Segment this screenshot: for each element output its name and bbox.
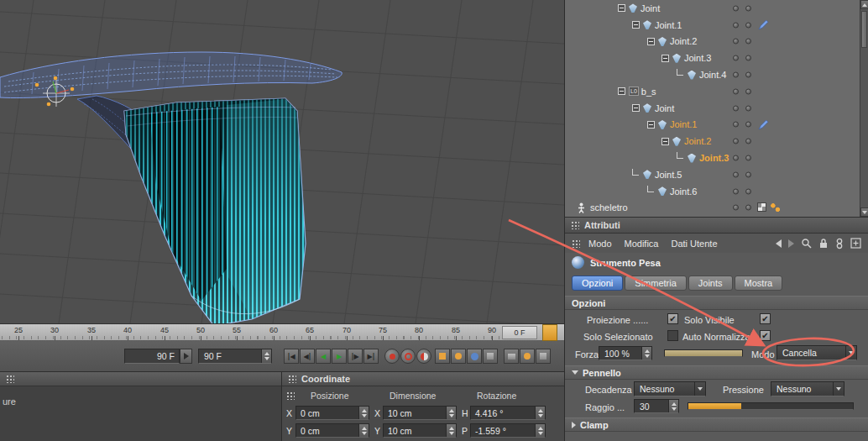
position-x-field[interactable]: 0 cm	[295, 406, 369, 420]
render-visibility-dot[interactable]	[745, 155, 751, 161]
object-row[interactable]: Joint.1	[565, 117, 860, 134]
history-back-icon[interactable]	[776, 239, 782, 248]
object-row[interactable]: Joint.2	[565, 34, 860, 50]
history-forward-icon[interactable]	[788, 239, 794, 248]
section-opzioni[interactable]: Opzioni	[565, 296, 868, 310]
menu-modo[interactable]: Modo	[588, 239, 612, 249]
collapse-icon[interactable]	[632, 21, 640, 29]
stepper-icon[interactable]	[261, 349, 271, 363]
editor-visibility-dot[interactable]	[733, 122, 739, 128]
viewport-3d[interactable]	[0, 0, 564, 323]
editor-visibility-dot[interactable]	[733, 88, 739, 94]
stepper-icon[interactable]	[446, 424, 456, 437]
texture-tag-icon[interactable]	[757, 202, 766, 212]
tab-opzioni[interactable]: Opzioni	[572, 276, 623, 291]
editor-visibility-dot[interactable]	[733, 72, 739, 78]
next-key-button[interactable]: |▶	[348, 349, 363, 364]
collapse-icon[interactable]	[618, 4, 625, 12]
decadenza-dropdown[interactable]: Nessuno	[634, 381, 706, 396]
solo-selezionato-checkbox[interactable]	[667, 330, 678, 341]
collapse-icon[interactable]	[632, 104, 640, 112]
stepper-icon[interactable]	[535, 424, 545, 437]
autokeying-button[interactable]	[400, 349, 416, 364]
end-frame-field[interactable]: 90 F	[198, 349, 272, 364]
stepper-icon[interactable]	[641, 347, 651, 360]
marker-button[interactable]	[520, 349, 535, 364]
stepper-icon[interactable]	[446, 407, 456, 419]
render-visibility-dot[interactable]	[745, 22, 751, 28]
weight-tag-icon[interactable]	[758, 119, 769, 132]
render-visibility-dot[interactable]	[745, 105, 751, 111]
forza-slider[interactable]	[664, 349, 743, 357]
object-row[interactable]: Joint	[565, 0, 860, 17]
play-forward-button[interactable]: ▶	[332, 349, 347, 364]
frame-slider-arrow-icon[interactable]	[180, 349, 192, 364]
tab-simmetria[interactable]: Simmetria	[625, 276, 687, 291]
object-row[interactable]: scheletro	[565, 200, 860, 217]
record-parameter-toggle[interactable]	[467, 349, 482, 364]
link-icon[interactable]	[835, 238, 844, 249]
object-row[interactable]: L0 b_s	[565, 83, 860, 100]
render-visibility-dot[interactable]	[745, 171, 751, 177]
render-visibility-dot[interactable]	[745, 139, 751, 144]
new-panel-icon[interactable]	[850, 238, 861, 249]
keyframe-selection-button[interactable]	[416, 349, 431, 364]
render-visibility-dot[interactable]	[745, 122, 751, 128]
scroll-up-icon[interactable]	[860, 0, 868, 9]
record-pla-toggle[interactable]	[483, 349, 498, 364]
frame-slider[interactable]: 90 F	[124, 349, 180, 364]
object-row[interactable]: Joint.6	[565, 183, 860, 200]
stepper-icon[interactable]	[358, 407, 369, 419]
scroll-down-icon[interactable]	[860, 207, 868, 217]
weight-tag-icon[interactable]	[758, 19, 769, 32]
editor-visibility-dot[interactable]	[733, 171, 739, 177]
record-rotation-toggle[interactable]	[451, 349, 466, 364]
timeline-options-button[interactable]	[536, 349, 551, 364]
raggio-field[interactable]: 30	[634, 399, 679, 413]
editor-visibility-dot[interactable]	[733, 22, 739, 28]
collapse-icon[interactable]	[647, 121, 655, 129]
editor-visibility-dot[interactable]	[733, 139, 739, 144]
render-visibility-dot[interactable]	[745, 5, 751, 11]
weights-tag-icon[interactable]	[770, 202, 781, 213]
rotation-p-field[interactable]: -1.559 °	[470, 423, 546, 438]
collapse-icon[interactable]	[618, 87, 625, 95]
record-position-toggle[interactable]	[435, 349, 450, 364]
object-row[interactable]: Joint.1	[565, 17, 860, 34]
scrollbar[interactable]	[860, 0, 868, 217]
modo-dropdown[interactable]: Cancella	[776, 345, 857, 360]
lock-icon[interactable]	[818, 238, 829, 249]
object-row[interactable]: Joint.5	[565, 166, 860, 183]
editor-visibility-dot[interactable]	[733, 155, 739, 161]
go-to-end-button[interactable]: ▶|	[363, 349, 379, 364]
render-visibility-dot[interactable]	[745, 72, 751, 78]
proiezione-checkbox[interactable]: ✔	[667, 313, 678, 324]
editor-visibility-dot[interactable]	[733, 39, 739, 45]
object-row[interactable]: Joint.4	[565, 66, 860, 83]
stepper-icon[interactable]	[668, 400, 678, 412]
object-row[interactable]: Joint.2	[565, 133, 860, 150]
menu-modifica[interactable]: Modifica	[625, 239, 659, 249]
tab-mostra[interactable]: Mostra	[735, 276, 783, 291]
previous-key-button[interactable]: ◀|	[300, 349, 315, 364]
render-visibility-dot[interactable]	[745, 88, 751, 94]
stepper-icon[interactable]	[358, 424, 369, 437]
collapse-icon[interactable]	[647, 38, 655, 45]
position-y-field[interactable]: 0 cm	[295, 423, 369, 438]
render-visibility-dot[interactable]	[745, 205, 751, 211]
raggio-slider[interactable]	[688, 402, 854, 410]
object-row[interactable]: Joint	[565, 100, 860, 117]
collapse-icon[interactable]	[661, 55, 669, 62]
timeline-ruler[interactable]: 25 30 35 40 45 50 55 60 65 70 75 80 85 9…	[0, 323, 564, 341]
render-visibility-dot[interactable]	[745, 55, 751, 61]
play-backward-button[interactable]: ◀	[316, 349, 331, 364]
editor-visibility-dot[interactable]	[733, 55, 739, 61]
section-clamp[interactable]: Clamp	[565, 417, 868, 432]
editor-visibility-dot[interactable]	[733, 105, 739, 111]
object-row[interactable]: Joint.3	[565, 50, 860, 66]
solo-visibile-checkbox[interactable]: ✔	[760, 313, 771, 324]
keyframe-interpolation-button[interactable]	[504, 349, 519, 364]
size-y-field[interactable]: 10 cm	[383, 423, 457, 438]
section-pennello[interactable]: Pennello	[565, 365, 868, 380]
editor-visibility-dot[interactable]	[733, 205, 739, 211]
